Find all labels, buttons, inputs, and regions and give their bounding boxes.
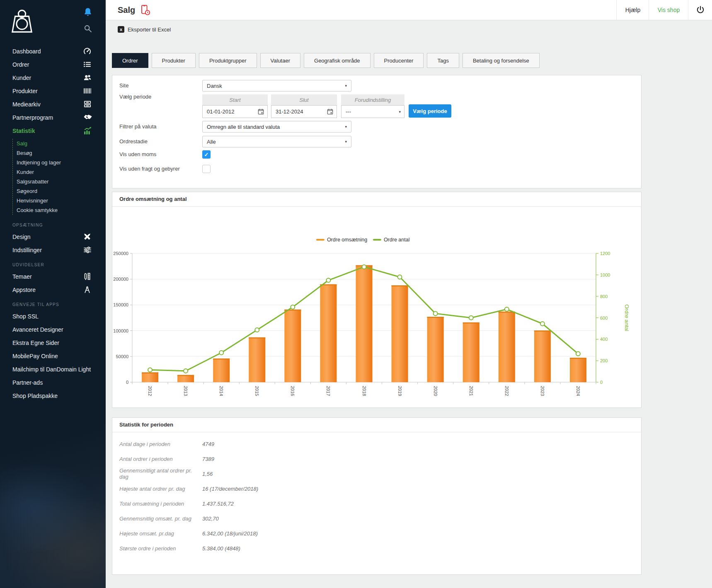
search-icon[interactable] [84,24,92,33]
order-stage-select[interactable]: Alle [202,136,351,147]
stat-value: 4749 [202,441,214,447]
orders-point-2013[interactable] [184,369,188,373]
help-button[interactable]: Hjælp [616,0,649,20]
design-icon [83,233,92,241]
orders-point-2024[interactable] [576,352,580,356]
orders-point-2018[interactable] [362,265,366,269]
stat-value: 1.437.516,72 [202,501,234,507]
revenue-bar-2019[interactable] [392,285,408,382]
sidebar-item-partnerprogram[interactable]: Partnerprogram [0,111,106,124]
revenue-bar-2023[interactable] [534,330,551,382]
sidebar-item-henvisninger[interactable]: Henvisninger [13,196,106,205]
mobile-preview-icon[interactable] [140,5,150,16]
revenue-bar-2013[interactable] [177,375,194,382]
sidebar-item-partner-ads[interactable]: Partner-ads [0,376,106,389]
vis-uden-moms-label: Vis uden moms [119,149,156,160]
vis-shop-button[interactable]: Vis shop [649,0,688,20]
sidebar-item-avanceret-designer[interactable]: Avanceret Designer [0,323,106,336]
tab-ordrer[interactable]: Ordrer [112,53,148,68]
sidebar-item-label: Salgsrabatter [17,178,48,185]
sidebar-item-mobilepay-online[interactable]: MobilePay Online [0,349,106,363]
sidebar-item-mailchimp-til-dandomain-light[interactable]: Mailchimp til DanDomain Light [0,363,106,376]
revenue-bar-2024[interactable] [570,358,586,382]
sidebar-item-ordrer[interactable]: Ordrer [0,58,106,71]
preset-select[interactable]: --- [341,105,404,118]
end-date-input[interactable]: 31-12-2024 [271,105,337,118]
sidebar-item-shop-ssl[interactable]: Shop SSL [0,310,106,323]
calendar-icon [258,108,264,115]
tab-producenter[interactable]: Producenter [374,53,424,68]
legend-label-ordre-antal[interactable]: Ordre antal [384,237,410,243]
vis-uden-fragt-checkbox[interactable] [202,165,211,173]
sidebar-item-kunder[interactable]: Kunder [0,71,106,84]
dandomain-logo[interactable] [10,8,34,36]
notifications-bell-icon[interactable] [84,7,92,17]
sidebar-item-appstore[interactable]: Appstore [0,283,106,296]
barcode-icon [83,87,92,95]
period-label: Vælg periode [119,91,151,103]
tab-produktgrupper[interactable]: Produktgrupper [199,53,257,68]
orders-point-2012[interactable] [148,368,152,372]
choose-period-button[interactable]: Vælg periode [409,104,451,118]
revenue-bar-2016[interactable] [284,310,301,382]
sidebar-item-label: Shop SSL [12,313,39,320]
left-axis-tick-label: 100000 [113,328,128,333]
revenue-bar-2012[interactable] [142,372,158,382]
sidebar-item-salgsrabatter[interactable]: Salgsrabatter [13,177,106,186]
orders-point-2017[interactable] [326,278,330,282]
orders-point-2020[interactable] [433,311,438,316]
orders-point-2015[interactable] [255,328,259,332]
sidebar-item-label: Partnerprogram [12,114,53,121]
export-excel-button[interactable]: x Eksporter til Excel [118,20,171,39]
revenue-bar-2021[interactable] [463,323,480,382]
sidebar-item-dashboard[interactable]: Dashboard [0,45,106,58]
sidebar-item-soegeord[interactable]: Søgeord [13,186,106,196]
orders-point-2023[interactable] [540,322,545,326]
legend-label-ordre-omsaetning[interactable]: Ordre omsætning [327,237,367,243]
orders-point-2019[interactable] [398,275,402,279]
sidebar-item-label: MobilePay Online [12,353,58,359]
filter-panel: Site Dansk Vælg periode Start 01-01-2012… [112,75,642,188]
orders-point-2022[interactable] [505,307,509,311]
right-axis-tick-label: 0 [600,380,603,385]
revenue-bar-2018[interactable] [356,265,373,382]
revenue-bar-2020[interactable] [427,317,444,382]
tab-tags[interactable]: Tags [427,53,459,68]
tab-geografisk-omraade[interactable]: Geografisk område [304,53,371,68]
top-header-bar: Salg Hjælp Vis shop [106,0,712,20]
x-axis-label-2024: 2024 [576,386,581,396]
orders-point-2021[interactable] [469,316,473,320]
sidebar-genveje-nav: Shop SSLAvanceret DesignerEkstra Egne Si… [0,310,106,402]
sidebar-item-kunder[interactable]: Kunder [13,167,106,177]
revenue-bar-2022[interactable] [499,312,515,382]
sidebar-item-cookie-samtykke[interactable]: Cookie samtykke [13,205,106,215]
sidebar-item-salg[interactable]: Salg [13,139,106,148]
sidebar-item-statistik[interactable]: Statistik [0,124,106,137]
tab-produkter[interactable]: Produkter [152,53,196,68]
tab-betaling-og-forsendelse[interactable]: Betaling og forsendelse [463,53,540,68]
orders-point-2016[interactable] [291,305,295,309]
revenue-bar-2017[interactable] [320,284,337,382]
sidebar-item-design[interactable]: Design [0,230,106,243]
x-axis-label-2017: 2017 [326,386,331,396]
sidebar-item-ekstra-egne-sider[interactable]: Ekstra Egne Sider [0,336,106,349]
sidebar-item-indtjening-og-lager[interactable]: Indtjening og lager [13,158,106,167]
x-axis-label-2020: 2020 [433,386,438,396]
site-select[interactable]: Dansk [202,80,351,92]
left-axis-tick-label: 200000 [113,277,128,282]
sidebar-item-indstillinger[interactable]: Indstillinger [0,243,106,257]
orders-point-2014[interactable] [219,351,223,355]
sidebar-item-temaer[interactable]: Temaer [0,270,106,283]
sidebar-item-produkter[interactable]: Produkter [0,84,106,98]
sidebar-item-besoeg[interactable]: Besøg [13,148,106,158]
vis-uden-moms-checkbox[interactable] [202,150,211,159]
tab-valutaer[interactable]: Valutaer [260,53,300,68]
sidebar-item-mediearkiv[interactable]: Mediearkiv [0,98,106,111]
start-date-input[interactable]: 01-01-2012 [202,105,268,118]
sidebar-item-shop-pladspakke[interactable]: Shop Pladspakke [0,389,106,402]
stat-value: 7389 [202,456,214,462]
revenue-bar-2014[interactable] [213,359,230,382]
logout-power-button[interactable] [688,0,712,20]
revenue-bar-2015[interactable] [249,337,265,382]
currency-select[interactable]: Omregn alle til standard valuta [202,121,351,133]
